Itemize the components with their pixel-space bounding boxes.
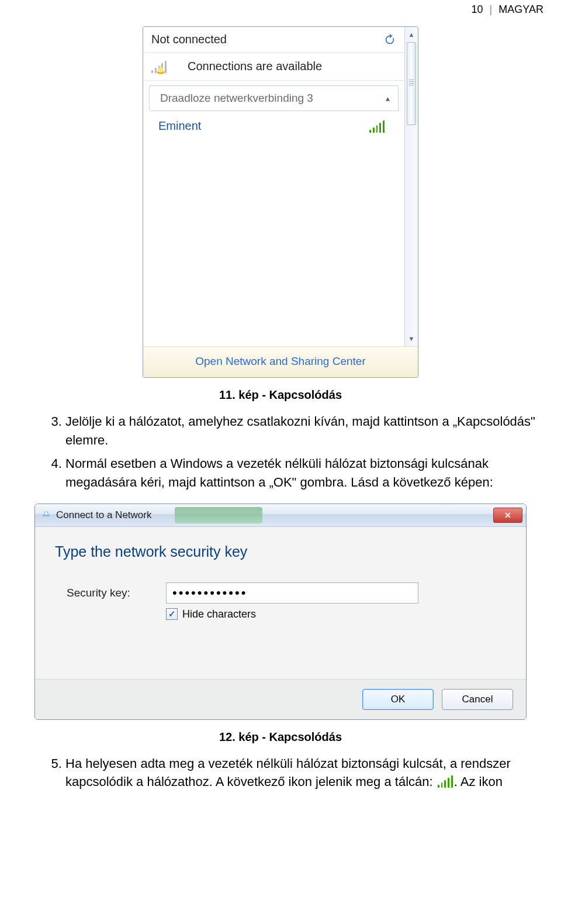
dialog-titlebar[interactable]: Connect to a Network ✕ (35, 504, 526, 527)
tray-signal-icon (438, 775, 453, 788)
security-key-value: •••••••••••• (172, 585, 247, 601)
close-icon: ✕ (504, 511, 511, 520)
open-network-center-link[interactable]: Open Network and Sharing Center (195, 355, 366, 367)
hide-characters-row[interactable]: ✓ Hide characters (166, 608, 506, 620)
dialog-heading: Type the network security key (55, 543, 506, 560)
aero-glass-blur (175, 507, 262, 523)
scrollbar[interactable]: ▲ ▼ (405, 27, 418, 346)
security-key-label: Security key: (55, 587, 166, 599)
page-language: MAGYAR (498, 4, 543, 15)
ok-button-label: OK (391, 694, 406, 705)
step-5: Ha helyesen adta meg a vezeték nélküli h… (65, 754, 538, 792)
hide-characters-label: Hide characters (182, 608, 256, 620)
figure12-caption: 12. kép - Kapcsolódás (0, 730, 561, 744)
connections-available-label: Connections are available (188, 60, 322, 73)
svg-point-1 (44, 512, 48, 515)
step-4: Normál esetben a Windows a vezeték nélkü… (65, 454, 538, 492)
figure11-caption: 11. kép - Kapcsolódás (0, 388, 561, 402)
network-flyout: Not connected Connections are available … (143, 26, 418, 378)
ok-button[interactable]: OK (362, 689, 434, 710)
wifi-ssid: Eminent (158, 119, 201, 133)
not-connected-row: Not connected (143, 27, 404, 53)
adapter-section[interactable]: Draadloze netwerkverbinding 3 ▴ (149, 85, 399, 111)
dialog-icon (41, 510, 51, 520)
body-text-b: Ha helyesen adta meg a vezeték nélküli h… (35, 754, 538, 792)
refresh-icon[interactable] (383, 33, 396, 46)
body-text-a: Jelölje ki a hálózatot, amelyhez csatlak… (35, 412, 538, 492)
cancel-button-label: Cancel (462, 694, 493, 705)
flyout-footer: Open Network and Sharing Center (143, 346, 418, 377)
step-5-post: . Az ikon (454, 774, 503, 789)
cancel-button[interactable]: Cancel (442, 689, 513, 710)
adapter-label: Draadloze netwerkverbinding 3 (160, 92, 313, 105)
dialog-footer: OK Cancel (35, 679, 526, 719)
signal-warning-icon (151, 60, 167, 73)
close-button[interactable]: ✕ (493, 508, 522, 523)
step-3: Jelölje ki a hálózatot, amelyhez csatlak… (65, 412, 538, 450)
signal-strong-icon (369, 120, 385, 133)
scroll-thumb[interactable] (407, 42, 416, 125)
chevron-up-icon: ▴ (386, 94, 390, 103)
hide-characters-checkbox[interactable]: ✓ (166, 608, 178, 620)
security-key-input[interactable]: •••••••••••• (166, 582, 418, 604)
scroll-up-icon[interactable]: ▲ (405, 28, 418, 41)
not-connected-label: Not connected (151, 33, 227, 46)
security-key-dialog: Connect to a Network ✕ Type the network … (34, 504, 527, 720)
wifi-item-eminent[interactable]: Eminent (143, 115, 404, 139)
page-number: 10 (472, 4, 483, 15)
connections-available-row: Connections are available (143, 53, 404, 81)
page-header: 10 | MAGYAR (0, 0, 561, 16)
dialog-title: Connect to a Network (56, 509, 151, 521)
scroll-down-icon[interactable]: ▼ (405, 332, 418, 345)
